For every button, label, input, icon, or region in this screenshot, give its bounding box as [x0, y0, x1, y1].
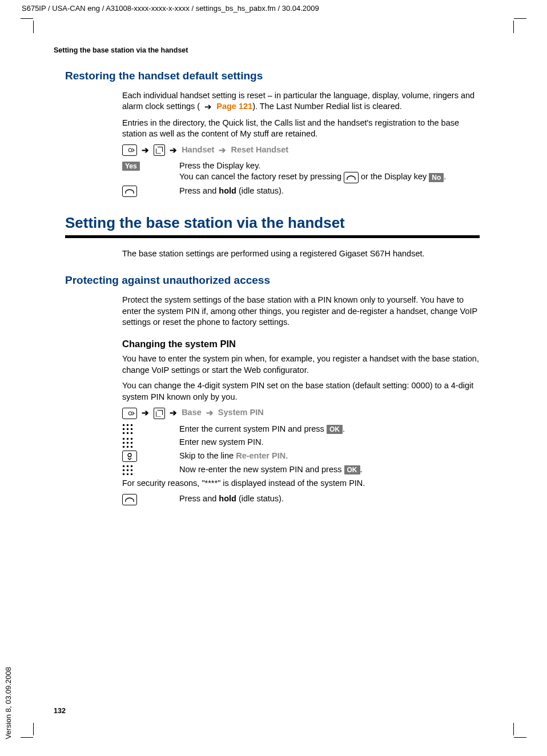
hook-key-icon: [122, 494, 137, 505]
arrow-icon: ➔: [167, 407, 179, 419]
step-enter-current-pin: Enter the current system PIN and press O…: [122, 424, 480, 435]
arrow-icon: ➔: [167, 144, 179, 156]
softkey-no: No: [429, 173, 444, 182]
heading-change-pin: Changing the system PIN: [122, 337, 480, 350]
text: Press the Display key.: [179, 161, 260, 170]
arrow-icon: ➔: [139, 144, 151, 156]
para-change-pin-default: You can change the 4-digit system PIN se…: [122, 380, 480, 403]
keypad-icon: [122, 424, 133, 435]
menu-system-pin-label: System PIN: [218, 408, 264, 417]
step-press-yes: Yes Press the Display key. You can cance…: [122, 160, 480, 183]
version-string: Version 8, 03.09.2008: [3, 667, 14, 739]
heading-restore-defaults: Restoring the handset default settings: [65, 69, 480, 83]
menu-handset-label: Handset: [182, 145, 214, 154]
menu-reset-handset-label: Reset Handset: [231, 145, 288, 154]
heading-rule: [65, 235, 480, 238]
heading-setting-base-station: Setting the base station via the handset: [65, 213, 480, 233]
para-base-intro: The base station settings are performed …: [122, 248, 480, 260]
para-security-mask: For security reasons, "****" is displaye…: [122, 478, 480, 489]
para-retained-entries: Entries in the directory, the Quick list…: [122, 118, 480, 140]
step-press-hold-2: Press and hold (idle status).: [122, 493, 480, 505]
nav-down-key-icon: [122, 451, 137, 462]
step-skip-line: Skip to the line Re-enter PIN.: [122, 451, 480, 462]
text: Skip to the line: [179, 451, 236, 460]
para-change-pin-when: You have to enter the system pin when, f…: [122, 353, 480, 376]
running-title: Setting the base station via the handset: [54, 46, 188, 55]
text: Now re-enter the new system PIN and pres…: [179, 465, 344, 474]
text: Press and: [179, 494, 219, 503]
para-reset-description: Each individual handset setting is reset…: [122, 90, 480, 113]
text: (idle status).: [236, 494, 284, 503]
hook-key-icon: [344, 172, 359, 183]
softkey-yes: Yes: [122, 162, 140, 171]
svg-point-4: [128, 453, 131, 457]
nav-right-key-icon: [122, 408, 137, 419]
text: or the Display key: [359, 172, 429, 181]
menu-base-label: Base: [182, 408, 202, 417]
settings-menu-icon: [154, 144, 165, 156]
label-reenter-pin: Re-enter PIN: [236, 451, 285, 460]
keypad-icon: [122, 465, 133, 476]
text: Enter new system PIN.: [179, 437, 480, 448]
arrow-icon: ➔: [204, 407, 216, 419]
menu-path-system-pin: ➔ ➔ Base ➔ System PIN: [122, 407, 480, 419]
softkey-ok: OK: [344, 465, 360, 474]
hook-key-icon: [122, 186, 137, 197]
page-link-121[interactable]: Page 121: [216, 102, 252, 111]
text: Press and: [179, 186, 219, 195]
header-file-path: S675IP / USA-CAN eng / A31008-xxxx-xxxx-…: [22, 3, 319, 14]
text-hold: hold: [219, 494, 236, 503]
arrow-icon: ➔: [202, 101, 214, 112]
keypad-icon: [122, 437, 133, 448]
arrow-icon: ➔: [216, 144, 228, 156]
text: Enter the current system PIN and press: [179, 424, 327, 433]
step-reenter-new-pin: Now re-enter the new system PIN and pres…: [122, 464, 480, 476]
heading-protecting-access: Protecting against unauthorized access: [65, 273, 480, 288]
settings-menu-icon: [154, 408, 165, 419]
page-number: 132: [54, 706, 66, 716]
text: You can cancel the factory reset by pres…: [179, 172, 344, 181]
softkey-ok: OK: [327, 425, 343, 434]
menu-path-reset-handset: ➔ ➔ Handset ➔ Reset Handset: [122, 144, 480, 156]
step-press-hold: Press and hold (idle status).: [122, 186, 480, 197]
step-enter-new-pin: Enter new system PIN.: [122, 437, 480, 448]
text-hold: hold: [219, 186, 236, 195]
arrow-icon: ➔: [139, 407, 151, 419]
text: ). The Last Number Redial list is cleare…: [252, 102, 402, 111]
para-protect-description: Protect the system settings of the base …: [122, 295, 480, 328]
text: (idle status).: [236, 186, 284, 195]
nav-right-key-icon: [122, 144, 137, 156]
page-content: Restoring the handset default settings E…: [65, 69, 480, 508]
